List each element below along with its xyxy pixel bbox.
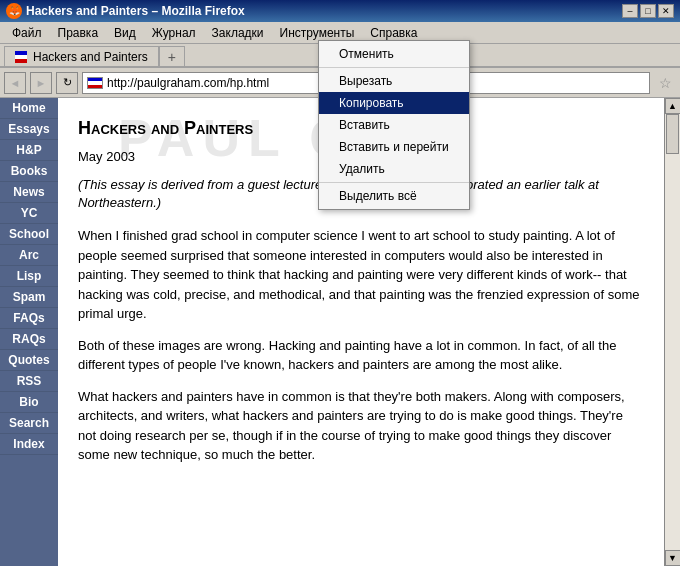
menu-edit[interactable]: Правка [50,24,107,42]
forward-button[interactable]: ► [30,72,52,94]
svg-rect-2 [15,59,27,63]
context-menu-cancel[interactable]: Отменить [319,43,469,65]
sidebar-item-raqs[interactable]: RAQs [0,329,58,350]
sidebar-item-rss[interactable]: RSS [0,371,58,392]
tab-favicon [15,51,27,63]
context-menu-cut[interactable]: Вырезать [319,70,469,92]
menu-help[interactable]: Справка [362,24,425,42]
firefox-icon: 🦊 [6,3,22,19]
back-button[interactable]: ◄ [4,72,26,94]
scrollbar[interactable]: ▲ ▼ [664,98,680,566]
sidebar-item-search[interactable]: Search [0,413,58,434]
bookmark-star[interactable]: ☆ [654,72,676,94]
close-button[interactable]: ✕ [658,4,674,18]
sidebar-item-lisp[interactable]: Lisp [0,266,58,287]
page-paragraph-2: Both of these images are wrong. Hacking … [78,336,644,375]
sidebar-item-books[interactable]: Books [0,161,58,182]
refresh-button[interactable]: ↻ [56,72,78,94]
title-bar-left: 🦊 Hackers and Painters – Mozilla Firefox [6,3,245,19]
context-menu-paste[interactable]: Вставить [319,114,469,136]
sidebar-item-yc[interactable]: YC [0,203,58,224]
scroll-down-arrow[interactable]: ▼ [665,550,681,566]
context-menu-select-all[interactable]: Выделить всё [319,185,469,207]
minimize-button[interactable]: – [622,4,638,18]
context-menu-paste-go[interactable]: Вставить и перейти [319,136,469,158]
context-menu-delete[interactable]: Удалить [319,158,469,180]
sidebar-item-hp[interactable]: H&P [0,140,58,161]
menu-view[interactable]: Вид [106,24,144,42]
context-menu: Отменить Вырезать Копировать Вставить Вс… [318,40,470,210]
menu-history[interactable]: Журнал [144,24,204,42]
sidebar-item-home[interactable]: Home [0,98,58,119]
page-paragraph-3: What hackers and painters have in common… [78,387,644,465]
tab-label: Hackers and Painters [33,50,148,64]
title-bar-buttons[interactable]: – □ ✕ [622,4,674,18]
svg-rect-1 [15,55,27,59]
sidebar-item-essays[interactable]: Essays [0,119,58,140]
context-menu-sep-1 [319,67,469,68]
sidebar-item-school[interactable]: School [0,224,58,245]
scroll-track[interactable] [665,114,680,550]
maximize-button[interactable]: □ [640,4,656,18]
title-bar: 🦊 Hackers and Painters – Mozilla Firefox… [0,0,680,22]
sidebar-item-faqs[interactable]: FAQs [0,308,58,329]
sidebar-item-spam[interactable]: Spam [0,287,58,308]
context-menu-sep-2 [319,182,469,183]
sidebar-item-index[interactable]: Index [0,434,58,455]
menu-file[interactable]: Файл [4,24,50,42]
active-tab[interactable]: Hackers and Painters [4,46,159,66]
sidebar-item-bio[interactable]: Bio [0,392,58,413]
scroll-up-arrow[interactable]: ▲ [665,98,681,114]
sidebar-item-quotes[interactable]: Quotes [0,350,58,371]
scroll-thumb[interactable] [666,114,679,154]
page-paragraph-1: When I finished grad school in computer … [78,226,644,324]
sidebar-item-news[interactable]: News [0,182,58,203]
sidebar-item-arc[interactable]: Arc [0,245,58,266]
window-title: Hackers and Painters – Mozilla Firefox [26,4,245,18]
sidebar: Home Essays H&P Books News YC School Arc… [0,98,58,566]
menu-bookmarks[interactable]: Закладки [204,24,272,42]
flag-icon [87,77,103,89]
svg-rect-0 [15,51,27,55]
new-tab-button[interactable]: + [159,46,185,66]
context-menu-copy[interactable]: Копировать [319,92,469,114]
menu-tools[interactable]: Инструменты [272,24,363,42]
